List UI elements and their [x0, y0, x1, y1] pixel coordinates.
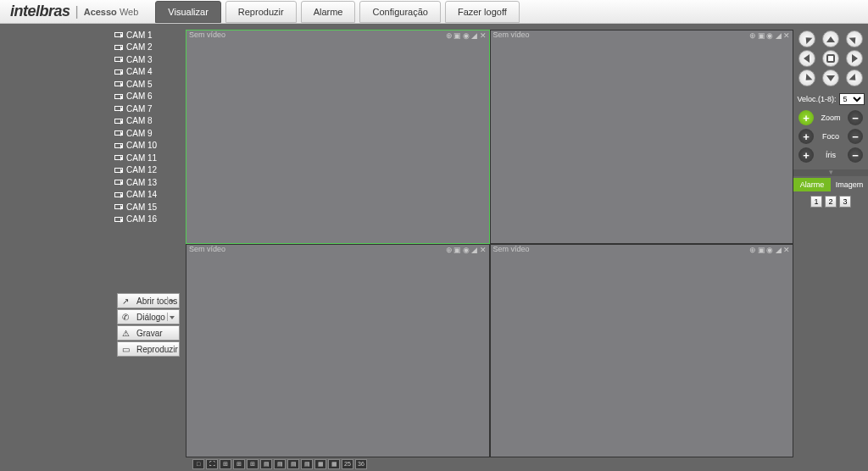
ptz-down-left-button[interactable]	[798, 69, 815, 86]
image-tab[interactable]: Imagem	[831, 178, 868, 191]
camera-icon	[114, 119, 123, 124]
stream-icon[interactable]: ▣	[453, 31, 462, 40]
layout-button[interactable]: ⊞	[247, 459, 259, 469]
warning-icon: ⚠	[122, 329, 132, 338]
open-all-button[interactable]: ↗Abrir todos	[117, 293, 180, 308]
camera-icon	[114, 106, 123, 111]
tab-configuracao[interactable]: Configuração	[359, 1, 440, 23]
camera-icon	[114, 81, 123, 86]
zoom-icon[interactable]: ⊕	[748, 246, 757, 254]
layout-button[interactable]: ▤	[274, 459, 286, 469]
ptz-left-button[interactable]	[798, 50, 815, 67]
audio-icon[interactable]: ◢	[470, 246, 479, 254]
preset-2-button[interactable]: 2	[825, 196, 837, 208]
camera-item[interactable]: CAM 13	[0, 176, 186, 189]
camera-icon	[114, 143, 123, 148]
layout-button[interactable]: ⊞	[233, 459, 245, 469]
camera-item[interactable]: CAM 6	[0, 91, 186, 103]
layout-button[interactable]: ▤	[301, 459, 313, 469]
close-icon[interactable]: ✕	[479, 31, 487, 40]
camera-item[interactable]: CAM 3	[0, 53, 186, 66]
tab-visualizar[interactable]: Visualizar	[155, 1, 221, 23]
layout-button[interactable]: ⛶	[206, 459, 218, 469]
ptz-up-button[interactable]	[822, 30, 839, 47]
video-cell-4[interactable]: Sem vídeo ⊕▣◉◢✕	[490, 244, 794, 458]
layout-button[interactable]: ⊞	[220, 459, 231, 469]
camera-item[interactable]: CAM 12	[0, 164, 186, 177]
stream-icon[interactable]: ▣	[757, 31, 765, 40]
layout-button[interactable]: 25	[342, 459, 353, 469]
video-cell-2[interactable]: Sem vídeo ⊕▣◉◢✕	[490, 30, 794, 244]
expand-arrow-icon[interactable]: ▾	[793, 169, 868, 176]
dialog-button[interactable]: ✆Diálogo	[117, 309, 180, 324]
video-cell-1[interactable]: Sem vídeo ⊕▣◉◢✕	[186, 30, 490, 244]
layout-button[interactable]: 36	[355, 459, 367, 469]
zoom-out-button[interactable]: −	[848, 110, 863, 125]
ptz-up-left-button[interactable]	[798, 30, 815, 47]
ptz-up-right-button[interactable]	[846, 30, 863, 47]
tab-reproduzir[interactable]: Reproduzir	[225, 1, 297, 23]
preset-1-button[interactable]: 1	[810, 196, 822, 208]
brand-logo: intelbras	[10, 3, 70, 20]
iris-in-button[interactable]: +	[798, 147, 814, 163]
ptz-down-right-button[interactable]	[846, 69, 863, 86]
tab-logoff[interactable]: Fazer logoff	[445, 1, 520, 23]
camera-item[interactable]: CAM 7	[0, 103, 186, 115]
zoom-icon[interactable]: ⊕	[445, 246, 453, 254]
camera-icon	[114, 217, 123, 222]
tape-icon: ▭	[122, 345, 132, 354]
zoom-in-button[interactable]: +	[798, 110, 814, 125]
iris-out-button[interactable]: −	[848, 147, 863, 163]
camera-item[interactable]: CAM 2	[0, 42, 186, 54]
cell-controls: ⊕▣◉◢✕	[445, 31, 487, 40]
ptz-right-button[interactable]	[846, 50, 863, 67]
preset-3-button[interactable]: 3	[839, 196, 851, 208]
cell-controls: ⊕▣◉◢✕	[445, 246, 487, 254]
camera-item[interactable]: CAM 15	[0, 201, 186, 213]
audio-icon[interactable]: ◢	[470, 31, 479, 40]
record-button[interactable]: ⚠Gravar	[117, 325, 180, 341]
ptz-center-button[interactable]	[822, 50, 839, 67]
tab-alarme[interactable]: Alarme	[301, 1, 356, 23]
layout-button[interactable]: □	[192, 459, 204, 469]
camera-item[interactable]: CAM 11	[0, 152, 186, 164]
snapshot-icon[interactable]: ◉	[765, 31, 774, 40]
focus-in-button[interactable]: +	[798, 129, 814, 144]
layout-button[interactable]: ▤	[287, 459, 299, 469]
ptz-down-button[interactable]	[822, 69, 839, 86]
close-icon[interactable]: ✕	[782, 246, 791, 254]
camera-item[interactable]: CAM 1	[0, 29, 186, 42]
camera-item[interactable]: CAM 14	[0, 189, 186, 202]
zoom-icon[interactable]: ⊕	[748, 31, 757, 40]
close-icon[interactable]: ✕	[782, 31, 791, 40]
video-cell-3[interactable]: Sem vídeo ⊕▣◉◢✕	[186, 244, 490, 458]
speed-select[interactable]: 5	[839, 93, 865, 105]
layout-button[interactable]: ▦	[314, 459, 326, 469]
header-bar: intelbras | Acesso Web Visualizar Reprod…	[0, 0, 868, 24]
reproduce-button[interactable]: ▭Reproduzir	[117, 341, 180, 357]
focus-out-button[interactable]: −	[848, 129, 863, 144]
camera-icon	[114, 130, 123, 136]
stream-icon[interactable]: ▣	[757, 246, 765, 254]
camera-item[interactable]: CAM 10	[0, 140, 186, 152]
camera-item[interactable]: CAM 9	[0, 127, 186, 140]
audio-icon[interactable]: ◢	[774, 31, 782, 40]
close-icon[interactable]: ✕	[479, 246, 487, 254]
camera-item[interactable]: CAM 8	[0, 115, 186, 128]
camera-icon	[114, 45, 123, 50]
snapshot-icon[interactable]: ◉	[462, 246, 470, 254]
ptz-panel: Veloc.(1-8): 5 + Zoom − + Foco − + Íris …	[793, 24, 868, 471]
camera-item[interactable]: CAM 16	[0, 213, 186, 226]
layout-button[interactable]: ▤	[260, 459, 272, 469]
camera-item[interactable]: CAM 5	[0, 78, 186, 91]
audio-icon[interactable]: ◢	[774, 246, 782, 254]
alarm-tab[interactable]: Alarme	[793, 178, 831, 191]
camera-icon	[114, 57, 123, 62]
snapshot-icon[interactable]: ◉	[462, 31, 470, 40]
sidebar-actions: ↗Abrir todos ✆Diálogo ⚠Gravar ▭Reproduzi…	[0, 288, 186, 357]
zoom-icon[interactable]: ⊕	[445, 31, 453, 40]
camera-item[interactable]: CAM 4	[0, 66, 186, 79]
layout-button[interactable]: ▦	[328, 459, 340, 469]
snapshot-icon[interactable]: ◉	[765, 246, 774, 254]
stream-icon[interactable]: ▣	[453, 246, 462, 254]
